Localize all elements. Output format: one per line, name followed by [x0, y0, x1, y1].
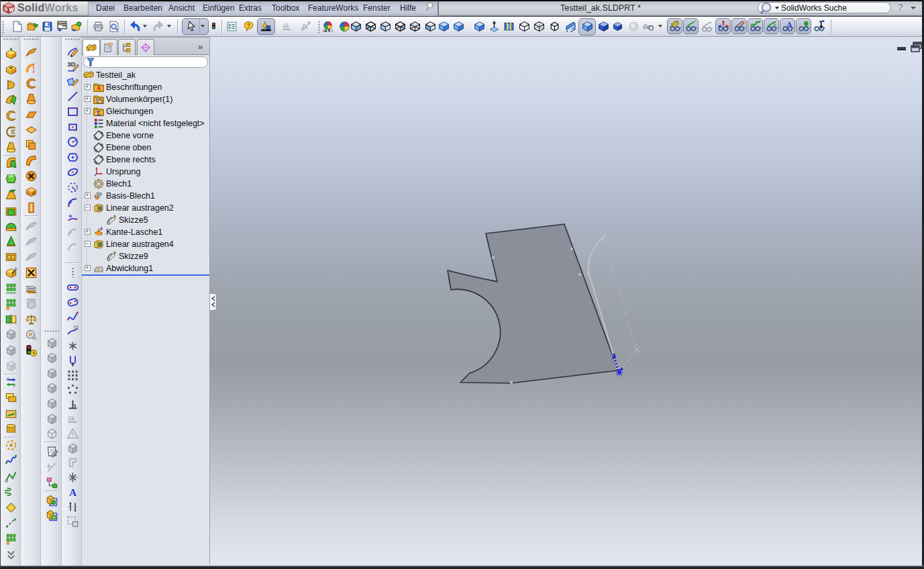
svg-text:3D: 3D [67, 60, 75, 68]
svg-text:S: S [4, 6, 7, 12]
svg-text:6k: 6k [283, 22, 290, 30]
svg-text:W: W [9, 7, 15, 13]
svg-text:A: A [97, 85, 101, 92]
svg-text:A: A [786, 20, 792, 28]
svg-text:Σ: Σ [97, 109, 101, 117]
svg-text:?: ? [247, 21, 251, 29]
svg-text:A: A [68, 486, 76, 498]
svg-text:6k: 6k [68, 414, 74, 422]
